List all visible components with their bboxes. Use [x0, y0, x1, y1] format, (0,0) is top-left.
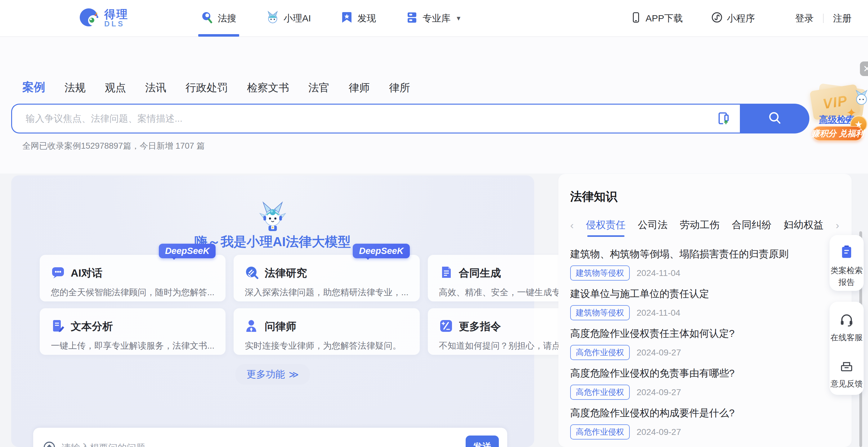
category-tag[interactable]: 建筑物等侵权 — [570, 265, 630, 280]
list-item[interactable]: 建设单位与施工单位的责任认定 建筑物等侵权 2024-11-04 — [570, 287, 839, 327]
vip-label: VIP — [822, 92, 849, 112]
search-input[interactable] — [26, 113, 716, 124]
gavel-research-icon — [245, 265, 259, 281]
category-tag[interactable]: 高危作业侵权 — [570, 345, 630, 360]
list-item[interactable]: 高度危险作业侵权的构成要件是什么? 高危作业侵权 2024-09-27 — [570, 406, 839, 446]
magic-wand-icon — [439, 319, 453, 334]
search-input-box — [11, 104, 740, 133]
tab-law-firms[interactable]: 律所 — [389, 81, 410, 95]
close-promo-button[interactable]: ✕ — [860, 61, 868, 76]
chevron-down-icon: ▼ — [456, 15, 462, 22]
article-title[interactable]: 高度危险作业侵权的免责事由有哪些? — [570, 367, 839, 380]
upload-circle-icon[interactable] — [42, 441, 56, 447]
brand-logo[interactable]: 得理 DLS — [78, 6, 128, 30]
nav-item-discover[interactable]: 发现 — [341, 0, 376, 37]
case-report-fab[interactable]: 类案检索 报告 — [830, 235, 864, 291]
mini-program-label: 小程序 — [727, 12, 755, 25]
app-download-button[interactable]: APP下载 — [630, 11, 683, 26]
list-item[interactable]: 高度危险作业侵权责任主体如何认定? 高危作业侵权 2024-09-27 — [570, 327, 839, 367]
ai-question-input[interactable] — [62, 443, 461, 447]
case-report-label: 类案检索 报告 — [831, 265, 863, 288]
chevron-left-icon[interactable]: ‹ — [570, 219, 574, 231]
search-bar — [11, 104, 809, 133]
tab-tort-liability[interactable]: 侵权责任 — [586, 218, 626, 232]
tab-cases[interactable]: 案例 — [22, 80, 45, 95]
category-tag[interactable]: 建筑物等侵权 — [570, 305, 630, 320]
knowledge-title: 法律知识 — [570, 189, 839, 205]
card-title: AI对话 — [71, 266, 102, 280]
vip-promo: VIP ✦ ✦ 高级检索 ★ 赚积分 兑福利 — [809, 78, 868, 144]
card-title: 法律研究 — [265, 266, 307, 280]
card-desc: 深入探索法律问题，助您精研法律专业，... — [245, 287, 408, 298]
card-legal-research[interactable]: DeepSeeK 法律研究 深入探索法律问题，助您精研法律专业，... — [234, 255, 420, 301]
register-button[interactable]: 注册 — [833, 12, 851, 25]
tab-labor-injury[interactable]: 劳动工伤 — [680, 218, 720, 232]
mascot-icon — [266, 11, 279, 26]
card-text-analysis[interactable]: 文本分析 一键上传，即享专业解读服务，法律文书... — [40, 308, 225, 355]
article-title[interactable]: 高度危险作业侵权责任主体如何认定? — [570, 327, 839, 340]
more-features-link[interactable]: 更多功能 ≫ — [236, 364, 310, 385]
tab-viewpoints[interactable]: 观点 — [105, 81, 126, 95]
online-service-label: 在线客服 — [831, 332, 863, 343]
chevron-right-icon[interactable]: › — [836, 219, 839, 231]
category-tag[interactable]: 高危作业侵权 — [570, 424, 630, 440]
card-ai-chat[interactable]: DeepSeeK AI对话 您的全天候智能法律顾问，随时为您解答... — [40, 255, 225, 301]
tab-women-children-rights[interactable]: 妇幼权益 — [784, 218, 823, 232]
card-ask-lawyer[interactable]: 问律师 实时连接专业律师，为您解答法律疑问。 — [234, 308, 420, 355]
article-title[interactable]: 高度危险作业侵权的构成要件是什么? — [570, 406, 839, 420]
page: 得理 DLS 法搜 — [0, 0, 868, 447]
logo-subtitle: DLS — [104, 20, 128, 28]
promo-mascot-icon — [853, 89, 868, 108]
tab-judges[interactable]: 法官 — [308, 81, 330, 95]
law-search-icon — [201, 11, 213, 26]
mini-program-icon — [711, 11, 723, 26]
advanced-search-link[interactable]: 高级检索 — [819, 114, 855, 126]
list-item[interactable]: 高度危险作业侵权的免责事由有哪些? 高危作业侵权 2024-09-27 — [570, 367, 839, 406]
deepseek-badge: DeepSeeK — [353, 244, 409, 258]
article-title[interactable]: 建筑物、构筑物等倒塌、塌陷损害责任的归责原则 — [570, 247, 839, 261]
online-service-button[interactable]: 在线客服 — [831, 312, 863, 343]
nav-item-label: 小理AI — [283, 12, 311, 25]
support-fab-group: 在线客服 意见反馈 — [830, 302, 864, 395]
tab-admin-penalty[interactable]: 行政处罚 — [186, 81, 228, 95]
legal-knowledge-panel: 法律知识 ‹ 侵权责任 公司法 劳动工伤 合同纠纷 妇幼权益 › 建筑物、构筑物… — [558, 174, 851, 447]
article-title[interactable]: 建设单位与施工单位的责任认定 — [570, 287, 839, 301]
nav-item-library[interactable]: 专业库 ▼ — [406, 0, 462, 37]
feedback-box-icon — [839, 359, 854, 375]
card-title: 问律师 — [265, 320, 296, 334]
tab-lawyers[interactable]: 律师 — [349, 81, 370, 95]
send-button[interactable]: 发送 — [466, 436, 499, 447]
headset-icon — [839, 312, 854, 328]
app-download-label: APP下载 — [646, 12, 683, 25]
nav-item-fasou[interactable]: 法搜 — [201, 0, 237, 37]
feedback-button[interactable]: 意见反馈 — [831, 359, 863, 389]
ai-feature-cards: DeepSeeK AI对话 您的全天候智能法律顾问，随时为您解答... Deep… — [40, 255, 506, 355]
logo-mark-icon — [78, 6, 100, 30]
tab-company-law[interactable]: 公司法 — [638, 218, 668, 232]
earn-points-button[interactable]: 赚积分 兑福利 — [812, 126, 863, 141]
document-pencil-icon — [51, 319, 65, 334]
case-report-line2: 报告 — [839, 277, 855, 287]
category-tag[interactable]: 高危作业侵权 — [570, 385, 630, 400]
corpus-stats: 全网已收录案例152978897篇，今日新增 1707 篇 — [22, 140, 205, 151]
chat-bubble-icon — [51, 265, 65, 281]
tab-contract-dispute[interactable]: 合同纠纷 — [732, 218, 772, 232]
more-features-label: 更多功能 — [247, 368, 285, 381]
search-button[interactable] — [740, 104, 809, 133]
clipboard-report-icon — [839, 245, 854, 261]
nav-item-xiaoli-ai[interactable]: 小理AI — [266, 0, 311, 37]
nav-item-label: 法搜 — [218, 12, 237, 25]
article-date: 2024-09-27 — [637, 387, 681, 397]
nav-item-label: 发现 — [358, 12, 376, 25]
article-date: 2024-09-27 — [637, 348, 681, 358]
mini-program-button[interactable]: 小程序 — [711, 11, 755, 26]
tab-prosecution-docs[interactable]: 检察文书 — [247, 81, 289, 95]
card-title: 合同生成 — [459, 266, 501, 280]
search-icon — [767, 110, 783, 127]
tab-regulations[interactable]: 法规 — [64, 81, 86, 95]
paste-upload-icon[interactable] — [716, 111, 731, 126]
nav-menu: 法搜 小理AI — [201, 0, 462, 37]
login-button[interactable]: 登录 — [795, 12, 814, 25]
tab-law-news[interactable]: 法讯 — [145, 81, 166, 95]
list-item[interactable]: 建筑物、构筑物等倒塌、塌陷损害责任的归责原则 建筑物等侵权 2024-11-04 — [570, 247, 839, 287]
